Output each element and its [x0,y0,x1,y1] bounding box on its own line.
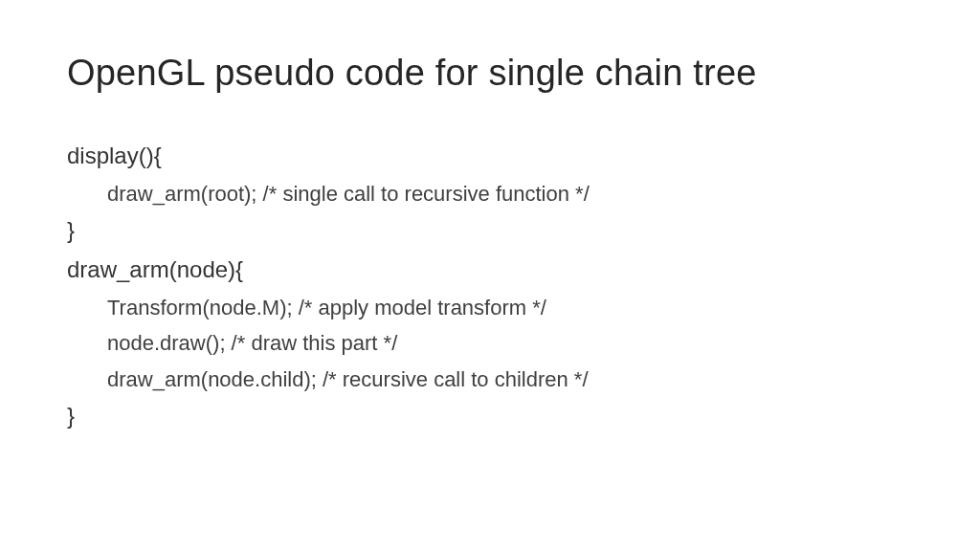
code-block: display(){ draw_arm(root); /* single cal… [67,137,913,436]
slide-title: OpenGL pseudo code for single chain tree [67,53,913,94]
code-line-7: draw_arm(node.child); /* recursive call … [67,362,913,397]
code-line-6: node.draw(); /* draw this part */ [67,325,913,361]
code-line-2: draw_arm(root); /* single call to recurs… [67,176,913,211]
code-line-3: } [67,211,913,251]
code-line-1: display(){ [67,137,913,176]
code-line-5: Transform(node.M); /* apply model transf… [67,290,913,325]
code-line-8: } [67,397,913,436]
code-line-4: draw_arm(node){ [67,251,913,290]
